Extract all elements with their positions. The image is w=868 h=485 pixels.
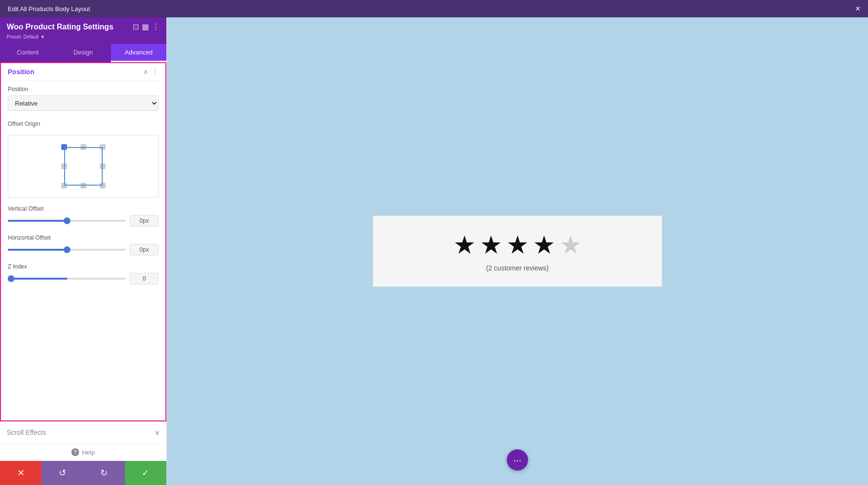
responsive-icon[interactable]: ⊡ [133,22,139,31]
help-label: Help [82,449,95,456]
tab-advanced[interactable]: Advanced [111,44,166,62]
cancel-button[interactable]: ✕ [0,461,41,485]
position-select-wrapper: Static Relative Absolute Fixed [8,95,159,111]
sidebar-content: Position ∧ ⋮ Position Static Relative Ab… [0,62,166,461]
cancel-icon: ✕ [17,468,25,478]
drag-handle[interactable] [166,17,169,485]
z-index-value[interactable] [130,273,159,284]
top-bar-title: Edit All Products Body Layout [8,5,90,13]
offset-origin-label: Offset Origin [8,121,159,127]
chevron-down-icon: ∨ [155,429,160,436]
star-1: ★ [453,230,476,259]
horizontal-offset-label: Horizontal Offset [8,234,159,241]
undo-button[interactable]: ↺ [41,461,83,485]
presets-icon[interactable]: ▦ [142,22,149,31]
position-field-group: Position Static Relative Absolute Fixed [1,81,165,116]
vertical-offset-row [8,215,159,227]
vertical-offset-label: Vertical Offset [8,205,159,212]
star-4: ★ [533,230,556,259]
undo-icon: ↺ [59,468,66,478]
horizontal-offset-slider[interactable] [8,249,126,251]
star-3: ★ [506,230,529,259]
star-2: ★ [480,230,502,259]
origin-grid [59,142,108,190]
save-button[interactable]: ✓ [125,461,166,485]
help-icon: ? [71,448,79,456]
main-layout: Woo Product Rating Settings ⊡ ▦ ⋮ Preset… [0,17,868,485]
reviews-text: (2 customer reviews) [486,264,549,272]
bottom-toolbar: ✕ ↺ ↻ ✓ [0,461,166,485]
close-button[interactable]: × [855,4,860,14]
section-header: Position ∧ ⋮ [1,63,165,81]
position-label: Position [8,86,159,93]
tab-content[interactable]: Content [0,44,55,62]
horizontal-offset-field: Horizontal Offset [1,231,165,260]
vertical-offset-slider[interactable] [8,220,126,222]
scroll-effects-section[interactable]: Scroll Effects ∨ [0,421,166,443]
position-select[interactable]: Static Relative Absolute Fixed [8,95,159,111]
save-icon: ✓ [142,468,149,478]
tabs: Content Design Advanced [0,44,166,62]
z-index-row [8,273,159,284]
origin-grid-inner [64,147,103,186]
widget-title-icons: ⊡ ▦ ⋮ [133,22,160,31]
section-title: Position [8,68,34,76]
section-header-icons: ∧ ⋮ [143,68,159,76]
main-content: ★ ★ ★ ★ ★ (2 customer reviews) ··· [167,17,868,485]
widget-title: Woo Product Rating Settings [7,23,113,31]
rating-widget: ★ ★ ★ ★ ★ (2 customer reviews) [373,216,662,287]
sidebar-header: Woo Product Rating Settings ⊡ ▦ ⋮ Preset… [0,17,166,44]
stars-row: ★ ★ ★ ★ ★ [453,230,582,259]
widget-title-row: Woo Product Rating Settings ⊡ ▦ ⋮ [7,22,160,31]
redo-button[interactable]: ↻ [83,461,125,485]
offset-origin-field-group: Offset Origin [1,116,165,135]
tab-design[interactable]: Design [55,44,111,62]
vertical-offset-field: Vertical Offset [1,202,165,231]
help-row[interactable]: ? Help [0,443,166,461]
vertical-offset-value[interactable] [130,215,159,227]
horizontal-offset-value[interactable] [130,244,159,256]
preset-row[interactable]: Preset: Default ▼ [7,33,160,40]
offset-origin-container [8,135,159,198]
z-index-label: Z Index [8,263,159,270]
preset-arrow: ▼ [41,34,45,40]
position-section: Position ∧ ⋮ Position Static Relative Ab… [0,62,166,421]
collapse-icon[interactable]: ∧ [143,68,148,76]
preset-label: Preset: Default [7,34,39,40]
star-5: ★ [559,230,582,259]
scroll-effects-label: Scroll Effects [7,429,46,436]
z-index-field: Z Index [1,260,165,289]
fab-button[interactable]: ··· [507,449,528,471]
fab-icon: ··· [514,455,522,466]
redo-icon: ↻ [100,468,108,478]
horizontal-offset-row [8,244,159,256]
z-index-slider[interactable] [8,278,126,280]
section-more-icon[interactable]: ⋮ [152,68,159,76]
more-icon[interactable]: ⋮ [152,22,160,31]
top-bar: Edit All Products Body Layout × [0,0,868,17]
sidebar: Woo Product Rating Settings ⊡ ▦ ⋮ Preset… [0,17,167,485]
